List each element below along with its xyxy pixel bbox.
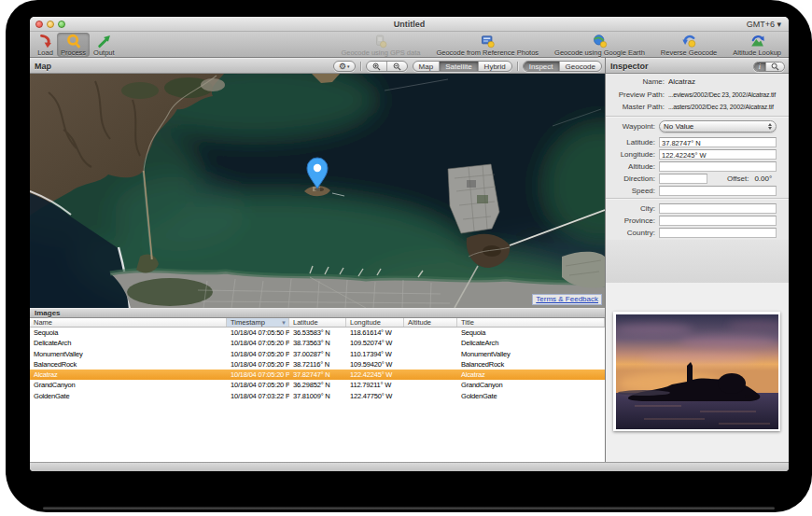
reverse-geocode-button[interactable]: Reverse Geocode (657, 33, 721, 57)
satellite-map-image (30, 74, 605, 308)
latitude-row: Latitude: 37.82747° N (606, 136, 789, 147)
longitude-row: Longitude: 122.42245° W (606, 148, 789, 160)
reference-photos-icon (480, 34, 496, 49)
geocode-reference-photos-button[interactable]: Geocode from Reference Photos (432, 33, 542, 57)
city-row: City: (606, 202, 789, 214)
speed-field[interactable] (659, 186, 777, 196)
geocode-gps-label: Geocode using GPS data (341, 49, 420, 57)
altitude-lookup-button[interactable]: Altitude Lookup (729, 33, 785, 57)
inspector-toggle-group: i (753, 62, 785, 72)
output-button[interactable]: Output (90, 33, 119, 57)
waypoint-popup[interactable]: No Value (659, 120, 777, 132)
map-attribution-link[interactable]: Terms & Feedback (532, 294, 602, 305)
table-row[interactable]: MonumentValley10/18/04 07:05:20 PM37.002… (30, 349, 605, 359)
table-row-selected[interactable]: Alcatraz10/18/04 07:05:20 PM37.82747° N1… (30, 370, 605, 380)
zoom-out-button[interactable] (387, 62, 407, 71)
load-label: Load (37, 49, 53, 57)
mode-segmented-control: Inspect Geocode (523, 61, 602, 72)
google-earth-icon (592, 34, 608, 49)
timezone-dropdown[interactable]: GMT+6 ▾ (747, 20, 781, 29)
column-header-name[interactable]: Name (30, 318, 227, 327)
map-settings-button[interactable]: ⚙▾ (334, 62, 355, 71)
divider (606, 198, 789, 199)
divider (606, 116, 789, 117)
map-view[interactable]: Terms & Feedback (30, 74, 605, 308)
info-icon: i (759, 62, 761, 72)
geocode-gps-button: Geocode using GPS data (337, 33, 424, 57)
search-tab-button[interactable] (766, 63, 784, 71)
process-label: Process (61, 49, 86, 57)
map-type-segmented-control: Map Satellite Hybrid (413, 61, 512, 72)
images-panel-header: Images (30, 308, 605, 318)
preview-path-value: ...eviews/2002/Dec 23, 2002/Alcatraz.tif (668, 91, 783, 98)
images-panel-title: Images (30, 309, 61, 317)
chevron-down-icon: ▾ (347, 62, 350, 72)
main-toolbar: Load Process Output (30, 32, 789, 58)
toolbar-left-group: Load Process Output (34, 33, 119, 57)
province-row: Province: (606, 215, 789, 226)
geocode-google-earth-button[interactable]: Geocode using Google Earth (551, 33, 649, 57)
master-path-row: Master Path: ...asters/2002/Dec 23, 2002… (606, 101, 789, 112)
map-type-map[interactable]: Map (413, 62, 441, 71)
table-row[interactable]: BalancedRock10/18/04 07:05:20 PM38.72116… (30, 359, 605, 370)
toolbar-right-group: Geocode using GPS data Geocode from Refe… (337, 33, 785, 57)
inspector-title: Inspector (606, 62, 649, 71)
longitude-field[interactable]: 122.42245° W (659, 149, 777, 160)
zoom-in-icon (372, 63, 381, 71)
map-type-hybrid[interactable]: Hybrid (479, 62, 511, 71)
latitude-field[interactable]: 37.82747° N (659, 137, 777, 147)
gps-device-icon (372, 34, 388, 49)
photo-thumbnail[interactable] (613, 312, 780, 431)
output-label: Output (93, 49, 115, 57)
city-field[interactable] (659, 203, 777, 214)
info-tab-button[interactable]: i (754, 63, 766, 71)
name-row: Name: Alcatraz (606, 76, 789, 87)
load-button[interactable]: Load (34, 33, 57, 57)
column-header-title[interactable]: Title (457, 318, 605, 327)
table-row[interactable]: DelicateArch10/18/04 07:05:20 PM38.73563… (30, 338, 605, 348)
window-bottom-bar[interactable] (30, 462, 789, 471)
map-type-satellite[interactable]: Satellite (440, 62, 478, 71)
window-title: Untitled (30, 20, 789, 29)
title-bar[interactable]: Untitled GMT+6 ▾ (30, 17, 789, 32)
altitude-field[interactable] (659, 161, 777, 172)
inspector-body: Name: Alcatraz Preview Path: ...eviews/2… (606, 74, 789, 462)
geocode-reference-photos-label: Geocode from Reference Photos (436, 49, 539, 57)
output-icon (96, 34, 112, 49)
mode-inspect[interactable]: Inspect (524, 62, 560, 71)
table-empty-area (30, 402, 605, 462)
offset-value: 0.00° (754, 174, 772, 183)
process-button[interactable]: Process (57, 33, 90, 57)
altitude-lookup-icon (749, 34, 765, 49)
main-content: Map ⚙▾ (30, 58, 789, 462)
sort-descending-icon: ▼ (281, 319, 287, 327)
altitude-lookup-label: Altitude Lookup (733, 49, 781, 57)
direction-field[interactable] (659, 174, 707, 184)
country-row: Country: (606, 227, 789, 238)
load-icon (37, 34, 53, 49)
name-value: Alcatraz (668, 77, 783, 86)
province-field[interactable] (659, 216, 777, 226)
table-row[interactable]: GoldenGate10/18/04 07:03:22 PM37.81009° … (30, 391, 605, 401)
popup-stepper-icon (768, 123, 772, 131)
photo-preview-area (606, 283, 789, 462)
preview-path-row: Preview Path: ...eviews/2002/Dec 23, 200… (606, 89, 789, 100)
reverse-geocode-label: Reverse Geocode (661, 49, 717, 57)
column-header-timestamp[interactable]: Timestamp▼ (227, 318, 289, 327)
images-table: Sequoia10/18/04 07:05:50 PM36.53583° N11… (30, 328, 605, 402)
divider (517, 62, 518, 71)
column-header-altitude[interactable]: Altitude (404, 318, 457, 327)
mode-geocode[interactable]: Geocode (560, 62, 601, 71)
waypoint-row: Waypoint: No Value (606, 119, 789, 132)
search-icon (771, 63, 779, 71)
gear-icon: ⚙ (339, 62, 346, 72)
altitude-row: Altitude: (606, 160, 789, 172)
column-header-latitude[interactable]: Latitude (289, 318, 346, 327)
column-header-longitude[interactable]: Longitude (346, 318, 404, 327)
table-row[interactable]: Sequoia10/18/04 07:05:50 PM36.53583° N11… (30, 328, 605, 338)
speed-row: Speed: (606, 185, 789, 196)
table-row[interactable]: GrandCanyon10/18/04 07:05:20 PM36.29852°… (30, 380, 605, 390)
zoom-in-button[interactable] (367, 62, 387, 71)
country-field[interactable] (659, 228, 777, 238)
inspector-section-band (606, 240, 789, 283)
